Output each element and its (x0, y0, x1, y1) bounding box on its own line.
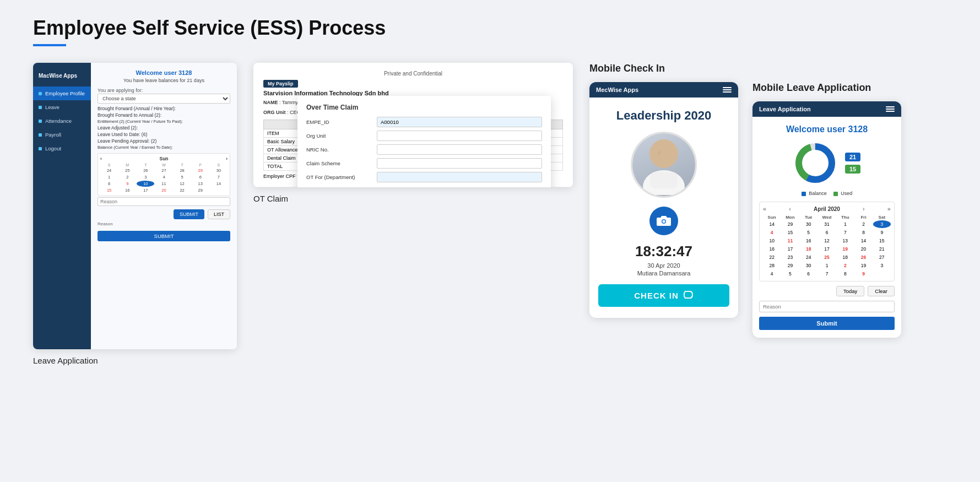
submit-button[interactable]: SUBMIT (98, 231, 230, 241)
cal-prev-icon[interactable]: ‹ (789, 205, 791, 212)
cal-day[interactable]: 20 (854, 245, 872, 253)
cal-day[interactable]: 10 (137, 181, 154, 187)
cal-day-today[interactable]: 3 (873, 220, 891, 228)
cal-day[interactable]: 10 (763, 237, 781, 245)
cal-day[interactable]: 28 (174, 167, 191, 174)
org-unit-input[interactable] (377, 131, 542, 141)
list-button[interactable]: LIST (208, 209, 230, 219)
cal-day[interactable]: 9 (854, 270, 872, 278)
cal-day[interactable]: 26 (854, 253, 872, 261)
submit-button[interactable]: Submit (759, 317, 895, 330)
cal-last-icon[interactable]: » (887, 205, 891, 212)
cal-day[interactable]: 22 (174, 187, 191, 193)
cal-day[interactable]: 30 (800, 220, 817, 228)
cal-day[interactable]: 2 (854, 220, 872, 228)
cal-day[interactable]: 17 (818, 245, 836, 253)
leave-state-select[interactable]: Choose a state (98, 94, 230, 104)
cal-day[interactable]: 21 (873, 245, 891, 253)
cal-day[interactable]: 27 (873, 253, 891, 261)
cal-day[interactable]: 24 (800, 253, 817, 261)
cal-day[interactable]: 24 (100, 167, 118, 174)
reason-input[interactable] (759, 301, 895, 312)
nric-input[interactable] (377, 144, 542, 155)
cal-day[interactable]: 5 (174, 174, 191, 180)
cal-day[interactable]: 30 (210, 167, 228, 174)
cal-day[interactable]: 29 (781, 220, 799, 228)
cal-day[interactable]: 29 (192, 167, 209, 174)
cal-day[interactable]: 12 (174, 181, 191, 187)
cal-day[interactable]: 13 (836, 237, 854, 245)
cal-day[interactable]: 12 (818, 237, 836, 245)
today-button[interactable]: Today (836, 286, 864, 296)
cal-day[interactable]: 5 (781, 270, 799, 278)
clear-button[interactable]: Clear (868, 286, 895, 296)
cal-day[interactable]: 18 (836, 253, 854, 261)
cal-day[interactable]: 25 (818, 253, 836, 261)
cal-day[interactable]: 15 (873, 237, 891, 245)
cal-day[interactable]: 8 (854, 229, 872, 236)
hamburger-icon[interactable] (886, 106, 895, 112)
cal-day[interactable]: 6 (818, 229, 836, 236)
sidebar-item-leave[interactable]: Leave (33, 100, 91, 114)
cal-day[interactable]: 31 (818, 220, 836, 228)
cal-day[interactable]: 25 (118, 167, 136, 174)
cal-day[interactable]: 7 (836, 229, 854, 236)
sidebar-item-payroll[interactable]: Payroll (33, 128, 91, 142)
cal-day[interactable]: 17 (781, 245, 799, 253)
cal-day[interactable]: 11 (155, 181, 172, 187)
cal-day[interactable]: 15 (781, 229, 799, 236)
cal-day[interactable]: 6 (192, 174, 209, 180)
camera-button[interactable] (649, 207, 678, 235)
cal-next-icon[interactable]: › (863, 205, 865, 212)
cal-day[interactable]: 5 (800, 229, 817, 236)
claim-scheme-input[interactable] (377, 158, 542, 169)
cal-day[interactable]: 1 (100, 174, 118, 180)
cal-next-icon[interactable]: › (226, 156, 228, 161)
cal-day[interactable]: 8 (100, 181, 118, 187)
cal-day[interactable]: 2 (836, 262, 854, 269)
cal-day[interactable]: 19 (836, 245, 854, 253)
cal-day[interactable]: 17 (137, 187, 154, 193)
cal-day[interactable]: 18 (800, 245, 817, 253)
check-in-button[interactable]: CHECK IN 🖵 (598, 284, 729, 307)
cal-day[interactable]: 19 (854, 262, 872, 269)
cal-day[interactable]: 28 (763, 262, 781, 269)
cal-day[interactable]: 13 (192, 181, 209, 187)
ot-dept-input[interactable] (377, 172, 542, 182)
cal-day[interactable]: 16 (763, 245, 781, 253)
cal-day[interactable]: 14 (210, 181, 228, 187)
cal-day[interactable]: 9 (118, 181, 136, 187)
sidebar-item-employee-profile[interactable]: Employee Profile (33, 86, 91, 100)
cal-day[interactable]: 23 (781, 253, 799, 261)
hamburger-icon[interactable] (723, 87, 732, 93)
cal-day[interactable]: 1 (836, 220, 854, 228)
reason-input[interactable] (98, 197, 230, 206)
cal-day[interactable]: 7 (818, 270, 836, 278)
cal-first-icon[interactable]: « (763, 205, 766, 212)
cal-day[interactable]: 22 (763, 253, 781, 261)
cal-day[interactable]: 15 (100, 187, 118, 193)
cal-day[interactable]: 20 (155, 187, 172, 193)
cal-day[interactable]: 6 (800, 270, 817, 278)
cal-day[interactable]: 1 (818, 262, 836, 269)
cal-day[interactable]: 14 (854, 237, 872, 245)
cal-day[interactable]: 8 (836, 270, 854, 278)
cal-day[interactable]: 14 (763, 220, 781, 228)
sidebar-item-logout[interactable]: Logout (33, 142, 91, 155)
cal-day[interactable]: 3 (873, 262, 891, 269)
empe-id-input[interactable] (377, 117, 542, 127)
save-button[interactable]: SUBMIT (174, 209, 204, 219)
cal-day[interactable]: 7 (210, 174, 228, 180)
cal-day[interactable]: 16 (118, 187, 136, 193)
cal-day[interactable]: 4 (763, 270, 781, 278)
cal-day[interactable]: 4 (155, 174, 172, 180)
cal-prev-icon[interactable]: ‹ (100, 156, 102, 161)
cal-day[interactable]: 26 (137, 167, 154, 174)
cal-day[interactable]: 16 (800, 237, 817, 245)
cal-day[interactable]: 29 (781, 262, 799, 269)
cal-day[interactable]: 2 (118, 174, 136, 180)
cal-day[interactable]: 3 (137, 174, 154, 180)
sidebar-item-attendance[interactable]: Attendance (33, 114, 91, 128)
cal-day[interactable]: 27 (155, 167, 172, 174)
cal-day[interactable]: 4 (763, 229, 781, 236)
